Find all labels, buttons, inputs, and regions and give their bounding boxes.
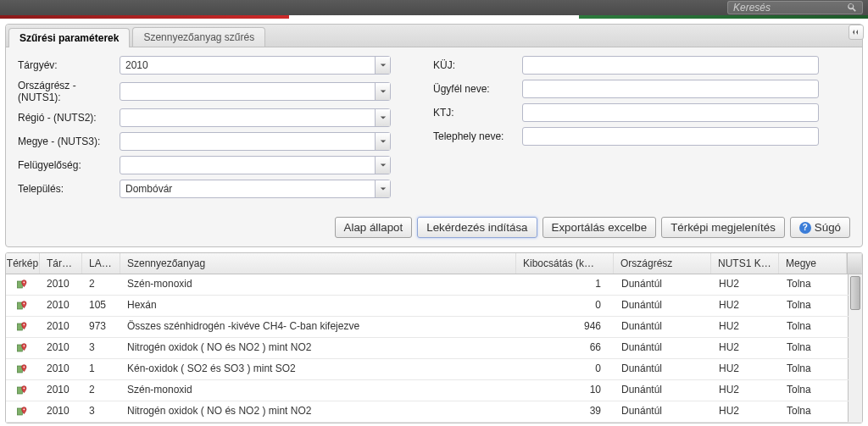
map-pin-icon[interactable] <box>6 380 40 401</box>
col-region[interactable]: Országrész <box>614 253 711 274</box>
help-icon: ? <box>799 222 811 234</box>
map-pin-icon[interactable] <box>6 359 40 379</box>
table-row[interactable]: 20103Nitrogén oxidok ( NO és NO2 ) mint … <box>6 338 862 359</box>
label-ktj: KTJ: <box>433 107 522 119</box>
table-row[interactable]: 20103Nitrogén oxidok ( NO és NO2 ) mint … <box>6 401 862 423</box>
combo-megye[interactable] <box>120 132 391 151</box>
reset-button[interactable]: Alap állapot <box>335 217 413 238</box>
label-targyev: Tárgyév: <box>18 59 120 71</box>
map-pin-icon[interactable] <box>6 338 40 358</box>
grid-header: Térkép Tárgyév LAL k... Szennyezőanyag K… <box>6 253 862 274</box>
table-row[interactable]: 20102Szén-monoxid1DunántúlHU2Tolna <box>6 274 862 296</box>
combo-targyev[interactable]: 2010 <box>120 56 391 75</box>
col-emission[interactable]: Kibocsátás (kg/év) <box>516 253 614 274</box>
label-felugyeloseg: Felügyelőség: <box>18 159 120 171</box>
flag-stripe <box>0 15 868 19</box>
svg-point-13 <box>23 408 25 410</box>
export-excel-button[interactable]: Exportálás excelbe <box>542 217 657 238</box>
col-lal[interactable]: LAL k... <box>82 253 120 274</box>
label-kuj: KÜJ: <box>433 59 522 71</box>
input-kuj[interactable] <box>522 56 819 75</box>
button-bar: Alap állapot Lekérdezés indítása Exportá… <box>6 210 862 246</box>
table-row[interactable]: 2010105Hexán0DunántúlHU2Tolna <box>6 296 862 317</box>
combo-telepules[interactable]: Dombóvár <box>120 180 391 198</box>
search-icon <box>847 3 857 13</box>
table-row[interactable]: 20102Szén-monoxid10DunántúlHU2Tolna <box>6 380 862 401</box>
tab-filter-params[interactable]: Szűrési paraméterek <box>8 28 130 47</box>
tab-strip: Szűrési paraméterek Szennyezőanyag szűré… <box>6 25 862 47</box>
results-grid: Térkép Tárgyév LAL k... Szennyezőanyag K… <box>5 252 863 423</box>
scroll-thumb[interactable] <box>850 276 860 310</box>
chevron-down-icon[interactable] <box>375 157 390 174</box>
svg-point-5 <box>23 324 25 325</box>
chevron-down-icon[interactable] <box>375 109 390 126</box>
map-view-button[interactable]: Térképi megjelenítés <box>661 217 785 238</box>
label-telephely: Telephely neve: <box>433 130 522 142</box>
filter-panel: Szűrési paraméterek Szennyezőanyag szűré… <box>5 24 863 247</box>
table-row[interactable]: 2010973Összes szénhidrogén -kivéve CH4- … <box>6 317 862 338</box>
label-regio: Régió - (NUTS2): <box>18 112 120 124</box>
col-map[interactable]: Térkép <box>6 253 40 274</box>
top-bar: Keresés <box>0 0 868 15</box>
label-telepules: Település: <box>18 183 120 195</box>
svg-point-7 <box>23 345 25 346</box>
col-year[interactable]: Tárgyév <box>40 253 82 274</box>
tab-pollutant-filter[interactable]: Szennyezőanyag szűrés <box>132 27 265 47</box>
label-megye: Megye - (NUTS3): <box>18 136 120 147</box>
chevron-down-icon[interactable] <box>375 133 390 150</box>
chevron-down-icon[interactable] <box>375 57 390 74</box>
input-telephely-neve[interactable] <box>522 127 819 146</box>
col-pollutant[interactable]: Szennyezőanyag <box>120 253 516 274</box>
svg-point-1 <box>23 281 25 283</box>
search-placeholder: Keresés <box>733 2 771 14</box>
grid-scrollbar[interactable] <box>849 274 862 423</box>
combo-felugyeloseg[interactable] <box>120 156 391 174</box>
help-button[interactable]: ? Súgó <box>790 217 850 238</box>
map-pin-icon[interactable] <box>6 317 40 337</box>
svg-point-3 <box>23 302 25 304</box>
map-pin-icon[interactable] <box>6 296 40 316</box>
collapse-right-icon[interactable] <box>849 25 864 40</box>
col-county[interactable]: Megye <box>779 253 847 274</box>
run-query-button[interactable]: Lekérdezés indítása <box>417 217 537 238</box>
label-orszagresz: Országrész - (NUTS1): <box>18 80 120 103</box>
combo-regio[interactable] <box>120 108 391 127</box>
map-pin-icon[interactable] <box>6 401 40 422</box>
combo-orszagresz[interactable] <box>120 82 391 101</box>
chevron-down-icon[interactable] <box>375 180 390 197</box>
map-pin-icon[interactable] <box>6 274 40 295</box>
global-search[interactable]: Keresés <box>727 1 863 14</box>
input-ugyfel-neve[interactable] <box>522 80 819 98</box>
chevron-down-icon[interactable] <box>375 83 390 100</box>
svg-point-9 <box>23 366 25 368</box>
table-row[interactable]: 20101Kén-oxidok ( SO2 és SO3 ) mint SO20… <box>6 359 862 380</box>
col-nuts1[interactable]: NUTS1 Kód <box>711 253 779 274</box>
grid-body: 20102Szén-monoxid1DunántúlHU2Tolna201010… <box>6 274 862 423</box>
input-ktj[interactable] <box>522 103 819 122</box>
svg-point-11 <box>23 387 25 389</box>
label-ugyfel: Ügyfél neve: <box>433 83 522 95</box>
